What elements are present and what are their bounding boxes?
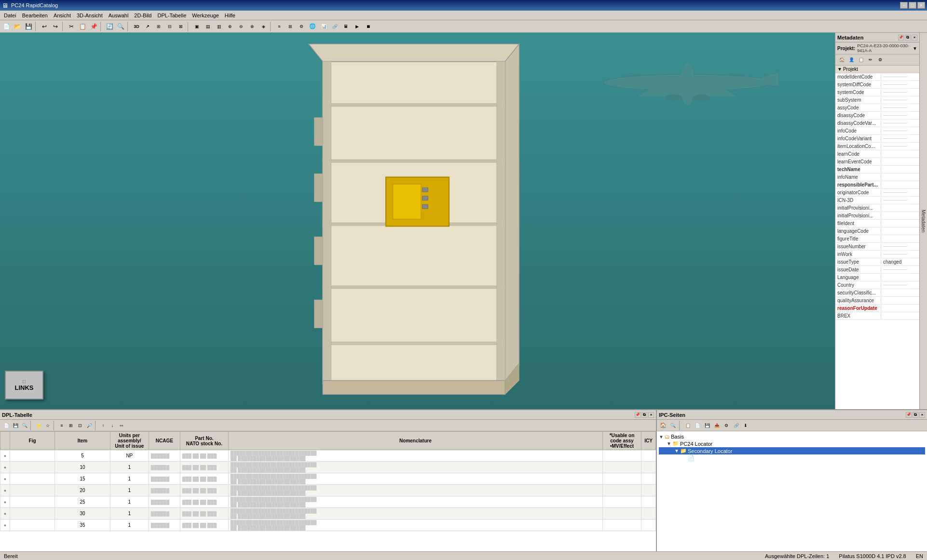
- projekt-dropdown[interactable]: ▼: [913, 46, 917, 51]
- tb-3d2[interactable]: ↗: [142, 21, 153, 32]
- col-ncage[interactable]: NCAGE: [149, 432, 180, 450]
- tree-pc24-locator[interactable]: ▼ 📁 PC24 Locator: [659, 440, 925, 447]
- ipc-tb-2[interactable]: 📄: [693, 421, 702, 430]
- close-button[interactable]: ×: [917, 2, 925, 9]
- tb-refresh[interactable]: 🔄: [104, 21, 115, 32]
- tree-child[interactable]: ▷ 📄: [659, 454, 925, 462]
- meta-row[interactable]: infoCodeVariant───────: [835, 135, 919, 143]
- meta-tb-2[interactable]: 👤: [847, 55, 856, 64]
- col-icy[interactable]: ICY: [641, 432, 656, 450]
- metadaten-float[interactable]: ⧉: [905, 35, 911, 40]
- meta-row[interactable]: inWork───────: [835, 251, 919, 258]
- tb-v5[interactable]: ⊖: [236, 21, 246, 32]
- dpl-float[interactable]: ⧉: [641, 412, 647, 418]
- tb-3d1[interactable]: 3D: [131, 21, 142, 32]
- meta-row[interactable]: reasonForUpdate: [835, 305, 919, 312]
- meta-row[interactable]: subSystem───────: [835, 96, 919, 104]
- 3d-viewport[interactable]: □ LINKS: [0, 33, 835, 409]
- tb-redo[interactable]: ↪: [50, 21, 61, 32]
- dpl-tb-filter2[interactable]: ⊞: [67, 421, 75, 430]
- meta-row[interactable]: modelIdentCode───────: [835, 73, 919, 81]
- dpl-tb-4[interactable]: ⭐: [34, 421, 43, 430]
- pc24-expand[interactable]: ▼: [667, 441, 672, 446]
- meta-row[interactable]: learnEventCode: [835, 158, 919, 166]
- menu-ansicht[interactable]: Ansicht: [51, 12, 74, 19]
- meta-row[interactable]: figureTitle: [835, 235, 919, 243]
- meta-project-tree[interactable]: ▼ Projekt: [835, 66, 919, 73]
- tree-secondary-locator[interactable]: ▼ 📁 Secondary Locator: [659, 447, 925, 454]
- tb-3d3[interactable]: ⊞: [153, 21, 164, 32]
- menu-werkzeuge[interactable]: Werkzeuge: [189, 12, 221, 19]
- meta-tb-1[interactable]: 🏠: [837, 55, 846, 64]
- tb-3d5[interactable]: ⊠: [176, 21, 186, 32]
- tb-globe[interactable]: 🌐: [307, 21, 318, 32]
- meta-row[interactable]: Country───────: [835, 281, 919, 289]
- dpl-tb-down[interactable]: ↓: [108, 421, 117, 430]
- tb-stop[interactable]: ⏹: [363, 21, 373, 32]
- tb-filter[interactable]: ⊞: [285, 21, 296, 32]
- ipc-tb-5[interactable]: ⚙: [722, 421, 731, 430]
- tb-open[interactable]: 📂: [12, 21, 23, 32]
- meta-row[interactable]: issueDate───────: [835, 266, 919, 274]
- meta-row[interactable]: responsiblePart...: [835, 181, 919, 189]
- meta-row[interactable]: qualityAssurance: [835, 297, 919, 305]
- dpl-tb-2[interactable]: 💾: [11, 421, 20, 430]
- tb-v7[interactable]: ◈: [258, 21, 269, 32]
- tb-net[interactable]: 🔗: [329, 21, 340, 32]
- table-row[interactable]: ● 35 1 ██████ ███ ██ ██ ███ ████████████…: [0, 520, 656, 531]
- tb-play[interactable]: ▶: [352, 21, 362, 32]
- menu-bearbeiten[interactable]: Bearbeiten: [19, 12, 51, 19]
- col-fig[interactable]: Fig: [10, 432, 55, 450]
- metadaten-close[interactable]: ×: [912, 35, 917, 40]
- ipc-tb-1[interactable]: 📋: [683, 421, 692, 430]
- dpl-close[interactable]: ×: [648, 412, 654, 418]
- tb-chart[interactable]: 📊: [318, 21, 329, 32]
- meta-tb-3[interactable]: 📋: [857, 55, 865, 64]
- tb-v3[interactable]: ▥: [214, 21, 224, 32]
- ipc-pin[interactable]: 📌: [906, 412, 912, 418]
- dpl-tb-1[interactable]: 📄: [2, 421, 11, 430]
- tb-settings[interactable]: ⚙: [296, 21, 307, 32]
- menu-dpl-tabelle[interactable]: DPL-Tabelle: [154, 12, 189, 19]
- col-item[interactable]: Item: [55, 432, 110, 450]
- ipc-tb-home[interactable]: 🏠: [659, 421, 668, 430]
- table-row[interactable]: ● 30 1 ██████ ███ ██ ██ ███ ████████████…: [0, 508, 656, 520]
- ipc-tree-content[interactable]: ▼ 🗂 Basis ▼ 📁 PC24 Locator ▼ 📁 Secondary…: [657, 431, 927, 551]
- secondary-expand[interactable]: ▼: [674, 448, 680, 453]
- metadaten-pin[interactable]: 📌: [898, 35, 904, 40]
- maximize-button[interactable]: □: [909, 2, 916, 9]
- meta-row[interactable]: fileIdent: [835, 220, 919, 227]
- meta-row[interactable]: assyCode───────: [835, 104, 919, 112]
- ipc-tb-search[interactable]: 🔍: [668, 421, 677, 430]
- dpl-table-container[interactable]: Fig Item Units perassembly/Unit of issue…: [0, 431, 656, 551]
- tb-v4[interactable]: ⊕: [225, 21, 235, 32]
- menu-hilfe[interactable]: Hilfe: [222, 12, 238, 19]
- dpl-tb-3[interactable]: 🔍: [20, 421, 29, 430]
- minimize-button[interactable]: −: [900, 2, 908, 9]
- dpl-pin[interactable]: 📌: [635, 412, 641, 418]
- menu-datei[interactable]: Datei: [1, 12, 19, 19]
- meta-row[interactable]: disassyCodeVar...───────: [835, 120, 919, 127]
- menu-auswahl[interactable]: Auswahl: [106, 12, 132, 19]
- dpl-tb-5[interactable]: ☆: [43, 421, 52, 430]
- meta-row[interactable]: initialProvisioni...: [835, 204, 919, 212]
- menu-2d-bild[interactable]: 2D-Bild: [131, 12, 154, 19]
- dpl-tb-filter5[interactable]: ⇿: [117, 421, 126, 430]
- meta-row[interactable]: techName: [835, 166, 919, 173]
- dpl-tb-filter3[interactable]: ⊡: [76, 421, 84, 430]
- meta-tb-4[interactable]: ✏: [866, 55, 875, 64]
- tb-copy[interactable]: 📋: [77, 21, 88, 32]
- col-units[interactable]: Units perassembly/Unit of issue: [110, 432, 149, 450]
- dpl-tb-filter4[interactable]: 🔎: [85, 421, 94, 430]
- table-row[interactable]: ● 20 1 ██████ ███ ██ ██ ███ ████████████…: [0, 485, 656, 496]
- tb-v6[interactable]: ⊗: [247, 21, 258, 32]
- meta-row[interactable]: Language: [835, 274, 919, 281]
- tb-v1[interactable]: ▣: [191, 21, 202, 32]
- meta-row[interactable]: securityClassific...: [835, 289, 919, 297]
- meta-row[interactable]: itemLocationCo...───────: [835, 143, 919, 150]
- meta-row[interactable]: systemCode───────: [835, 89, 919, 96]
- dpl-tb-up[interactable]: ↑: [99, 421, 108, 430]
- tb-paste[interactable]: 📌: [88, 21, 99, 32]
- meta-tb-5[interactable]: ⚙: [876, 55, 885, 64]
- meta-row[interactable]: originatorCode───────: [835, 189, 919, 197]
